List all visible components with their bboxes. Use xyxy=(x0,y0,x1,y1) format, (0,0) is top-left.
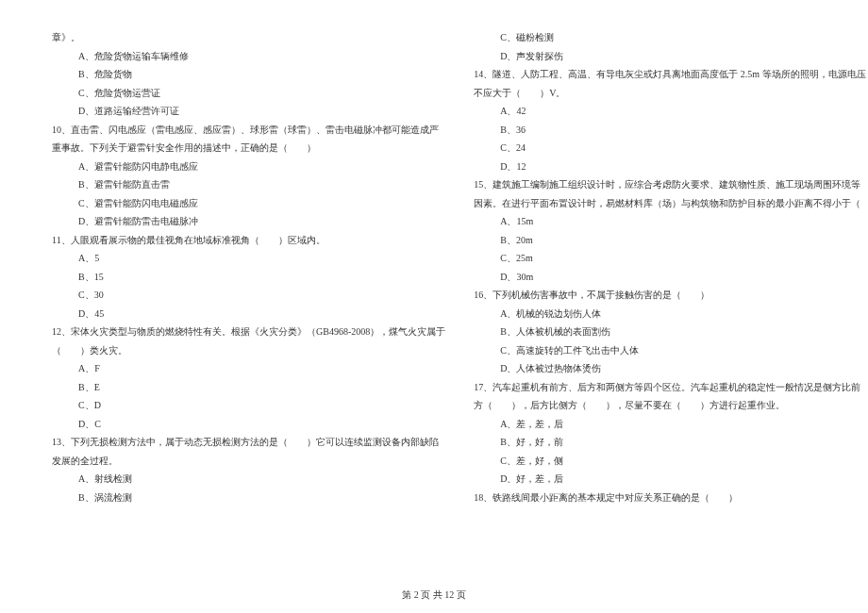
option: B、人体被机械的表面割伤 xyxy=(474,323,868,341)
option: C、高速旋转的工件飞出击中人体 xyxy=(474,341,868,360)
option: D、道路运输经营许可证 xyxy=(52,102,445,121)
page-container: 章》。 A、危险货物运输车辆维修 B、危险货物 C、危险货物运营证 D、道路运输… xyxy=(0,0,868,525)
option: D、C xyxy=(52,415,445,434)
option: B、避雷针能防直击雷 xyxy=(52,175,445,194)
option: B、15 xyxy=(52,268,445,287)
option: B、36 xyxy=(474,121,868,140)
option: D、声发射探伤 xyxy=(474,47,868,66)
option: B、好，好，前 xyxy=(474,433,868,452)
question-text: 13、下列无损检测方法中，属于动态无损检测方法的是（ ）它可以连续监测设备内部缺… xyxy=(52,433,445,452)
question-text: 不应大于（ ）V。 xyxy=(474,84,868,103)
option: D、45 xyxy=(52,305,445,323)
option: A、F xyxy=(52,359,445,378)
option: B、E xyxy=(52,378,445,397)
option: C、差，好，侧 xyxy=(474,452,868,471)
option: A、危险货物运输车辆维修 xyxy=(52,47,445,66)
option: A、5 xyxy=(52,249,445,268)
option: C、危险货物运营证 xyxy=(52,84,445,103)
question-text: 18、铁路线间最小距离的基本规定中对应关系正确的是（ ） xyxy=(474,489,868,507)
question-text: 发展的全过程。 xyxy=(52,452,445,471)
option: C、磁粉检测 xyxy=(474,28,868,47)
question-text: 15、建筑施工编制施工组织设计时，应综合考虑防火要求、建筑物性质、施工现场周围环… xyxy=(474,175,868,194)
question-text: （ ）类火灾。 xyxy=(52,341,445,360)
option: D、避雷针能防雷击电磁脉冲 xyxy=(52,212,445,231)
option: C、25m xyxy=(474,249,868,268)
question-text: 10、直击雷、闪电感应（雷电感应、感应雷）、球形雷（球雷）、雷击电磁脉冲都可能造… xyxy=(52,121,445,140)
option: A、避雷针能防闪电静电感应 xyxy=(52,157,445,176)
question-text: 16、下列机械伤害事故中，不属于接触伤害的是（ ） xyxy=(474,286,868,305)
question-text: 17、汽车起重机有前方、后方和两侧方等四个区位。汽车起重机的稳定性一般情况是侧方… xyxy=(474,378,868,397)
option: C、D xyxy=(52,396,445,415)
option: A、15m xyxy=(474,212,868,231)
option: C、避雷针能防闪电电磁感应 xyxy=(52,194,445,213)
question-text: 方（ ），后方比侧方（ ），尽量不要在（ ）方进行起重作业。 xyxy=(474,396,868,415)
question-text: 11、人眼观看展示物的最佳视角在地域标准视角（ ）区域内。 xyxy=(52,231,445,250)
page-footer: 第 2 页 共 12 页 xyxy=(0,588,868,602)
option: B、危险货物 xyxy=(52,65,445,84)
option: A、差，差，后 xyxy=(474,415,868,434)
right-column: C、磁粉检测 D、声发射探伤 14、隧道、人防工程、高温、有导电灰尘或灯具离地面… xyxy=(474,28,868,506)
question-text: 14、隧道、人防工程、高温、有导电灰尘或灯具离地面高度低于 2.5m 等场所的照… xyxy=(474,65,868,84)
option: C、24 xyxy=(474,139,868,157)
option: B、涡流检测 xyxy=(52,489,445,507)
option: D、12 xyxy=(474,157,868,176)
text-fragment: 章》。 xyxy=(52,28,445,47)
option: D、好，差，后 xyxy=(474,470,868,489)
option: C、30 xyxy=(52,286,445,305)
option: A、42 xyxy=(474,102,868,121)
option: A、机械的锐边划伤人体 xyxy=(474,305,868,323)
left-column: 章》。 A、危险货物运输车辆维修 B、危险货物 C、危险货物运营证 D、道路运输… xyxy=(52,28,445,506)
option: D、30m xyxy=(474,268,868,287)
option: B、20m xyxy=(474,231,868,250)
option: D、人体被过热物体烫伤 xyxy=(474,359,868,378)
question-text: 因素。在进行平面布置设计时，易燃材料库（场）与构筑物和防护目标的最小距离不得小于… xyxy=(474,194,868,213)
question-text: 12、宋体火灾类型与物质的燃烧特性有关。根据《火灾分类》（GB4968-2008… xyxy=(52,323,445,341)
question-text: 重事故。下列关于避雷针安全作用的描述中，正确的是（ ） xyxy=(52,139,445,157)
option: A、射线检测 xyxy=(52,470,445,489)
